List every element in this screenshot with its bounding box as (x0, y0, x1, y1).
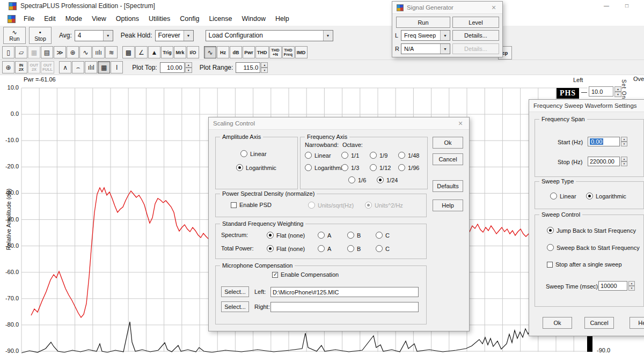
radio-octave-1-48[interactable]: 1/48 (398, 152, 419, 159)
mic-left-path-input[interactable]: D:\MicroPhone\#125.MIC (270, 287, 419, 297)
menu-config[interactable]: Config (175, 13, 204, 24)
trigger-button[interactable]: Trig (161, 46, 173, 58)
ruler-button[interactable]: I (111, 61, 123, 73)
bar-display-button[interactable]: ılıl (85, 61, 97, 73)
zoom-button[interactable]: ⊕ (2, 61, 14, 73)
enable-compensation-checkbox[interactable]: Enable Compensation (272, 271, 339, 278)
menu-mode[interactable]: Mode (61, 13, 87, 24)
io-button[interactable]: I/O (187, 46, 199, 58)
campbell-button[interactable]: ▲ (148, 46, 160, 58)
radio-total-c[interactable]: C (376, 245, 390, 252)
radio-sweep-back[interactable]: Sweep Back to Start Frequency (547, 244, 640, 251)
generator-level-button[interactable]: Level (452, 17, 499, 28)
plot-top-input[interactable]: 10.00 (160, 62, 185, 73)
stop-hz-input[interactable]: 22000.00 (588, 157, 620, 166)
radio-narrowband-linear[interactable]: Linear (305, 152, 331, 159)
menu-window[interactable]: Window (237, 13, 270, 24)
radio-spectrum-flat[interactable]: Flat (none) (267, 232, 305, 239)
sweep-time-input[interactable]: 10000 (598, 281, 627, 291)
radio-total-flat[interactable]: Flat (none) (267, 245, 305, 252)
radio-octave-1-9[interactable]: 1/9 (370, 152, 387, 159)
marker-button[interactable]: Mrk (174, 46, 186, 58)
radio-units-sqrt-hz[interactable]: Units/sqrt(Hz) (308, 202, 354, 209)
radio-octave-1-6[interactable]: 1/6 (348, 176, 366, 183)
radio-octave-1-12[interactable]: 1/12 (370, 164, 391, 171)
units-pwr-button[interactable]: Pwr (243, 46, 255, 58)
plot-range-spinner[interactable]: ▲▼ (261, 62, 268, 73)
grid-toggle-button[interactable]: ▦ (98, 61, 110, 73)
radio-spectrum-c[interactable]: C (376, 232, 390, 239)
help-button[interactable]: Help (433, 200, 463, 211)
zoom-out-2x-button[interactable]: OUT2X (28, 61, 40, 73)
generator-run-button[interactable]: Run (396, 17, 450, 28)
open-file-button[interactable]: ▱ (15, 46, 27, 58)
thd-freq-button[interactable]: THDFreq (282, 46, 295, 58)
right-details-button[interactable]: Details... (452, 43, 499, 54)
right-waveform-combo[interactable]: N/A ▼ (401, 43, 450, 54)
spectrum-button[interactable]: ıılı (92, 46, 105, 58)
print-button[interactable]: ▤ (41, 46, 53, 58)
stop-button[interactable]: ▪ Stop (29, 27, 52, 44)
thd-button[interactable]: THD (255, 46, 269, 58)
menu-view[interactable]: View (87, 13, 111, 24)
radio-sweep-linear[interactable]: Linear (550, 193, 576, 200)
radio-octave-1-96[interactable]: 1/96 (398, 164, 419, 171)
start-hz-input[interactable]: 0.00 (588, 137, 620, 146)
cancel-button[interactable]: Cancel (584, 317, 614, 329)
spectrogram-button[interactable]: ▩ (122, 46, 135, 58)
menu-help[interactable]: Help (270, 13, 294, 24)
maximize-button[interactable]: □ (621, 2, 632, 10)
select-left-mic-button[interactable]: Select... (221, 286, 249, 297)
ok-button[interactable]: Ok (433, 137, 463, 149)
radio-spectrum-a[interactable]: A (318, 232, 331, 239)
radio-spectrum-b[interactable]: B (347, 232, 361, 239)
help-button[interactable]: Help (630, 317, 644, 329)
fast-forward-button[interactable]: ≫ (54, 46, 66, 58)
menu-options[interactable]: Options (111, 13, 144, 24)
minimize-button[interactable]: — (601, 2, 612, 10)
load-configuration-combo[interactable]: Load Configuration ▼ (206, 30, 333, 41)
menu-file[interactable]: File (19, 13, 39, 24)
phase-button[interactable]: ∠ (135, 46, 148, 58)
enable-psd-checkbox[interactable]: Enable PSD (231, 202, 272, 208)
units-db-button[interactable]: dB (230, 46, 242, 58)
radio-octave-1-1[interactable]: 1/1 (341, 152, 359, 159)
ok-button[interactable]: Ok (543, 317, 572, 329)
menu-utilities[interactable]: Utilities (144, 13, 175, 24)
plot-top-right-input[interactable]: 10.0 (589, 86, 613, 97)
mic-right-path-input[interactable] (270, 302, 419, 312)
waterfall-button[interactable]: ≋ (105, 46, 118, 58)
thd-n-button[interactable]: THD+N (269, 46, 282, 58)
imd-button[interactable]: IMD (295, 46, 308, 58)
zoom-waveform-button[interactable]: ⊕ (67, 46, 79, 58)
left-waveform-combo[interactable]: Freq Sweep ▼ (401, 30, 450, 41)
plot-range-input[interactable]: 115.0 (236, 62, 260, 73)
plot-top-spinner[interactable]: ▲▼ (185, 62, 192, 73)
avg-combo[interactable]: 4 ▼ (75, 30, 113, 41)
radio-amplitude-linear[interactable]: Linear (240, 150, 267, 157)
close-icon[interactable]: × (456, 119, 465, 128)
radio-total-b[interactable]: B (347, 245, 361, 252)
peak-display-button[interactable]: ∧ (59, 61, 71, 73)
single-sweep-checkbox[interactable]: Stop after a single sweep (547, 261, 622, 268)
frequency-sweep-titlebar[interactable]: Frequency Sweep Waveform Settings (529, 100, 644, 112)
smooth-display-button[interactable]: ⌢ (72, 61, 84, 73)
radio-octave-1-24[interactable]: 1/24 (377, 176, 398, 183)
close-icon[interactable]: × (489, 3, 498, 12)
time-series-button[interactable]: ∿ (79, 46, 92, 58)
zoom-out-full-button[interactable]: OUTFULL (41, 61, 54, 73)
signal-generator-titlebar[interactable]: Signal Generator × (392, 2, 502, 14)
radio-units-sq-hz[interactable]: Units^2/Hz (365, 202, 403, 209)
run-button[interactable]: ∿ Run (3, 27, 26, 44)
scaling-control-titlebar[interactable]: Scaling Control × (209, 117, 469, 130)
zoom-in-2x-button[interactable]: IN2X (15, 61, 27, 73)
peak-hold-combo[interactable]: Forever ▼ (155, 30, 194, 41)
menu-edit[interactable]: Edit (39, 13, 61, 24)
defaults-button[interactable]: Defaults (433, 180, 463, 192)
save-button[interactable]: ▦ (28, 46, 40, 58)
new-file-button[interactable]: ▯ (2, 46, 14, 58)
radio-sweep-logarithmic[interactable]: Logarithmic (586, 193, 626, 200)
radio-jump-back[interactable]: Jump Back to Start Frequency (547, 227, 636, 234)
radio-octave-1-3[interactable]: 1/3 (341, 164, 359, 171)
menu-license[interactable]: License (204, 13, 237, 24)
